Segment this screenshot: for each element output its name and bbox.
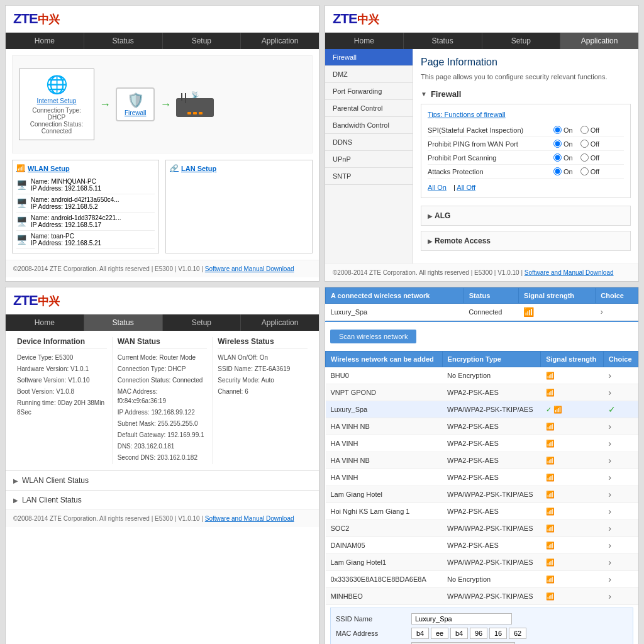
footer-link-2[interactable]: Software and Manual Download bbox=[525, 269, 614, 276]
network-row[interactable]: SOC2 WPA/WPA2-PSK-TKIP/AES 📶 › bbox=[326, 520, 638, 537]
sidebar-sntp[interactable]: SNTP bbox=[325, 168, 413, 185]
wlan-client-row[interactable]: ▶ WLAN Client Status bbox=[6, 470, 319, 490]
mac-5[interactable] bbox=[509, 628, 526, 639]
net-chevron-icon: › bbox=[608, 489, 611, 499]
firewall-link[interactable]: Firewall bbox=[125, 109, 146, 116]
tips-link[interactable]: Tips: Functions of firewall bbox=[428, 111, 624, 118]
sidebar-port-forwarding[interactable]: Port Forwarding bbox=[325, 83, 413, 100]
wifi-signal-icon: 📶 bbox=[546, 491, 555, 498]
attacks-off[interactable]: Off bbox=[580, 167, 599, 175]
nav3-status[interactable]: Status bbox=[84, 314, 163, 331]
connected-choice[interactable]: › bbox=[596, 304, 638, 321]
mac-4[interactable] bbox=[489, 628, 507, 639]
lan-setup-link[interactable]: 🔗 LAN Setup bbox=[170, 164, 308, 172]
sidebar-ddns[interactable]: DDNS bbox=[325, 134, 413, 151]
port-scan-off[interactable]: Off bbox=[580, 153, 599, 162]
network-row[interactable]: 0x333630E8A18CE8BDA6E8A No Encryption 📶 … bbox=[326, 571, 638, 588]
connected-section: A connected wireless network Status Sign… bbox=[325, 287, 638, 322]
network-row[interactable]: HA VINH WPA2-PSK-AES 📶 › bbox=[326, 435, 638, 452]
port-scan-on[interactable]: On bbox=[553, 153, 573, 162]
net-enc: WPA2-PSK-AES bbox=[442, 384, 541, 401]
nav2-status[interactable]: Status bbox=[404, 33, 482, 49]
network-row[interactable]: HA VINH NB WPA2-PSK-AES 📶 › bbox=[326, 452, 638, 469]
network-row[interactable]: VNPT GPOND WPA2-PSK-AES 📶 › bbox=[326, 384, 638, 401]
sidebar-upnp[interactable]: UPnP bbox=[325, 151, 413, 168]
all-on-link[interactable]: All On bbox=[428, 184, 447, 191]
remote-access-section[interactable]: ▶ Remote Access bbox=[421, 231, 631, 251]
ssid-input[interactable] bbox=[411, 613, 512, 625]
net-choice[interactable]: › bbox=[603, 452, 638, 469]
mac-3[interactable] bbox=[470, 628, 487, 639]
mac-0[interactable] bbox=[411, 628, 429, 639]
nav2-application[interactable]: Application bbox=[560, 33, 638, 49]
scan-button[interactable]: Scan wireless network bbox=[330, 330, 416, 343]
net-choice[interactable]: › bbox=[603, 554, 638, 571]
internet-icon: 🌐 bbox=[25, 74, 89, 95]
computer-icon-1: 🖥️ bbox=[16, 180, 27, 190]
network-row[interactable]: Luxury_Spa WPA/WPA2-PSK-TKIP/AES ✓ 📶 ✓ bbox=[326, 401, 638, 418]
wlan-setup-link[interactable]: 📶 WLAN Setup bbox=[16, 164, 155, 172]
nav-home[interactable]: Home bbox=[6, 33, 84, 49]
nav2-home[interactable]: Home bbox=[325, 33, 404, 49]
net-choice[interactable]: › bbox=[603, 571, 638, 588]
all-off-link[interactable]: All Off bbox=[457, 184, 475, 191]
network-row[interactable]: Lam Giang Hotel1 WPA/WPA2-PSK-TKIP/AES 📶… bbox=[326, 554, 638, 571]
net-enc: WPA2-PSK-AES bbox=[442, 469, 541, 486]
net-chevron-icon: › bbox=[608, 506, 611, 516]
nav-status[interactable]: Status bbox=[84, 33, 163, 49]
ping-on[interactable]: On bbox=[553, 140, 573, 148]
net-signal: 📶 bbox=[541, 486, 604, 503]
net-chevron-icon: › bbox=[608, 438, 611, 448]
wan-row-0: Current Mode: Router Mode bbox=[118, 353, 208, 362]
panel1-footer: ©2008-2014 ZTE Corporation. All rights r… bbox=[6, 260, 319, 277]
ws-row-2: Security Mode: Auto bbox=[218, 375, 308, 385]
network-row[interactable]: BHU0 No Encryption 📶 › bbox=[326, 367, 638, 384]
net-choice[interactable]: › bbox=[603, 418, 638, 435]
wifi-signal-icon: 📶 bbox=[546, 592, 555, 600]
nav3-setup[interactable]: Setup bbox=[163, 314, 242, 331]
nav-application[interactable]: Application bbox=[241, 33, 319, 49]
network-row[interactable]: Lam Giang Hotel WPA/WPA2-PSK-TKIP/AES 📶 … bbox=[326, 486, 638, 503]
attacks-on[interactable]: On bbox=[553, 167, 573, 175]
spi-off[interactable]: Off bbox=[580, 126, 599, 134]
sidebar-parental-control[interactable]: Parental Control bbox=[325, 100, 413, 117]
network-row[interactable]: DAINAM05 WPA2-PSK-AES 📶 › bbox=[326, 537, 638, 554]
net-choice[interactable]: › bbox=[603, 503, 638, 520]
footer-link-1[interactable]: Software and Manual Download bbox=[205, 265, 294, 272]
nav3-application[interactable]: Application bbox=[241, 314, 319, 331]
network-row[interactable]: MINHBEO WPA/WPA2-PSK-TKIP/AES 📶 › bbox=[326, 588, 638, 605]
internet-setup-link[interactable]: Internet Setup bbox=[37, 97, 77, 104]
ping-off[interactable]: Off bbox=[580, 140, 599, 148]
sidebar-dmz[interactable]: DMZ bbox=[325, 66, 413, 83]
net-signal: ✓ 📶 bbox=[541, 401, 604, 418]
firewall-section-header[interactable]: ▼ Firewall bbox=[421, 89, 631, 99]
nav-setup[interactable]: Setup bbox=[163, 33, 242, 49]
alg-section[interactable]: ▶ ALG bbox=[421, 206, 631, 226]
net-choice[interactable]: › bbox=[603, 469, 638, 486]
spi-on[interactable]: On bbox=[553, 126, 573, 134]
footer-link-3[interactable]: Software and Manual Download bbox=[205, 515, 294, 522]
net-choice[interactable]: › bbox=[603, 435, 638, 452]
net-ssid: Lam Giang Hotel1 bbox=[326, 554, 443, 571]
net-choice[interactable]: › bbox=[603, 486, 638, 503]
network-row[interactable]: HA VINH NB WPA2-PSK-AES 📶 › bbox=[326, 418, 638, 435]
nav2-setup[interactable]: Setup bbox=[482, 33, 561, 49]
network-row[interactable]: Hoi Nghi KS Lam Giang 1 WPA2-PSK-AES 📶 › bbox=[326, 503, 638, 520]
net-choice[interactable]: › bbox=[603, 520, 638, 537]
net-choice[interactable]: › bbox=[603, 384, 638, 401]
sidebar-firewall[interactable]: Firewall bbox=[325, 49, 413, 66]
sidebar-bandwidth-control[interactable]: Bandwidth Control bbox=[325, 117, 413, 134]
net-signal: 📶 bbox=[541, 588, 604, 605]
mac-1[interactable] bbox=[431, 628, 448, 639]
nav3-home[interactable]: Home bbox=[6, 314, 84, 331]
net-chevron-icon: › bbox=[608, 387, 611, 397]
net-choice[interactable]: › bbox=[603, 367, 638, 384]
mac-2[interactable] bbox=[450, 628, 468, 639]
net-choice[interactable]: › bbox=[603, 588, 638, 605]
net-choice[interactable]: ✓ bbox=[603, 401, 638, 418]
net-choice[interactable]: › bbox=[603, 537, 638, 554]
network-row[interactable]: HA VINH WPA2-PSK-AES 📶 › bbox=[326, 469, 638, 486]
di-row-0: Device Type: E5300 bbox=[17, 353, 107, 362]
lan-client-row[interactable]: ▶ LAN Client Status bbox=[6, 490, 319, 509]
connected-header-signal: Signal strength bbox=[518, 288, 595, 304]
